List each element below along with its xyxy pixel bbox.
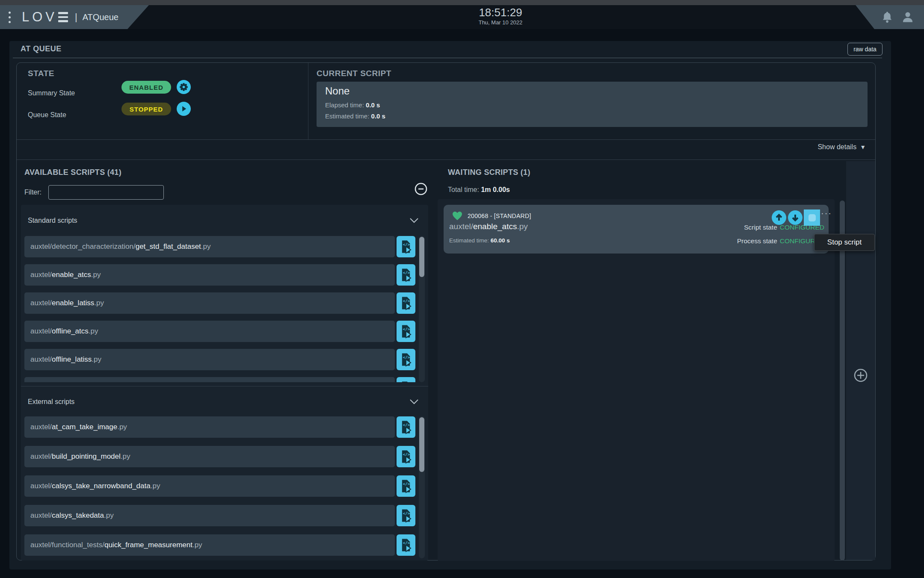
svg-text:</>: </>	[403, 327, 410, 331]
script-row: auxtel/enable_atcs.py </>	[24, 264, 425, 286]
app-title: ATQueue	[83, 12, 118, 22]
script-estimated-time: Estimated time: 60.00 s	[449, 237, 510, 244]
launch-script-button[interactable]: </>	[397, 534, 415, 556]
waiting-scripts-heading: WAITING SCRIPTS (1)	[448, 168, 530, 177]
estimated-time: Estimated time: 0.0 s	[325, 112, 385, 120]
available-scripts-panel: Standard scripts auxtel/detector_charact…	[21, 205, 428, 560]
launch-script-button[interactable]: </>	[397, 416, 415, 438]
svg-text:</>: </>	[403, 423, 410, 427]
notifications-bell-icon[interactable]	[881, 11, 893, 23]
svg-text:</>: </>	[403, 355, 410, 360]
summary-state-config-button[interactable]	[177, 80, 191, 94]
filter-input[interactable]	[48, 185, 164, 200]
launch-script-button[interactable]: </>	[397, 264, 415, 286]
script-launch-icon: </>	[400, 538, 412, 552]
script-path	[24, 377, 395, 382]
script-path: auxtel/offline_latiss.py	[24, 349, 395, 370]
svg-text:</>: </>	[403, 271, 410, 275]
script-launch-icon: </>	[400, 508, 412, 523]
content-container: STATE Summary State ENABLED Queue State …	[16, 62, 876, 560]
atqueue-screen: LOV | ATQueue 18:51:29 Thu, Mar 10 2022 …	[0, 0, 924, 578]
script-path: auxtel/enable_latiss.py	[24, 292, 395, 314]
script-path: auxtel/calsys_takedata.py	[24, 505, 395, 526]
clock-time: 18:51:29	[436, 5, 565, 20]
script-row: auxtel/offline_atcs.py </>	[24, 321, 425, 342]
plus-circle-icon	[853, 368, 868, 383]
raw-data-button[interactable]: raw data	[847, 43, 883, 56]
navbar-right-panel	[850, 5, 924, 29]
top-navbar: LOV | ATQueue 18:51:29 Thu, Mar 10 2022	[0, 5, 924, 29]
waiting-total-time: Total time: 1m 0.00s	[448, 186, 510, 194]
script-path: auxtel/at_cam_take_image.py	[24, 416, 395, 438]
standard-scripts-scrollbar[interactable]	[419, 236, 425, 382]
script-launch-icon: </>	[400, 296, 412, 310]
queue-state-badge: STOPPED	[121, 103, 171, 115]
script-row: auxtel/offline_latiss.py </>	[24, 349, 425, 370]
show-details-toggle[interactable]: Show details ▼	[817, 143, 866, 151]
launch-script-button[interactable]: </>	[397, 377, 415, 382]
svg-text:</>: </>	[403, 299, 410, 303]
add-button[interactable]	[853, 368, 868, 383]
filter-label: Filter:	[24, 189, 41, 196]
external-scripts-label: External scripts	[28, 398, 74, 406]
move-script-up-button[interactable]	[772, 210, 786, 225]
script-launch-icon: </>	[400, 479, 412, 493]
script-path: auxtel/calsys_take_narrowband_data.py	[24, 475, 395, 497]
move-script-down-button[interactable]	[788, 210, 803, 225]
details-divider-top	[17, 139, 875, 140]
process-state: Process stateCONFIGURED	[737, 237, 824, 245]
navbar-left-panel: LOV | ATQueue	[0, 5, 149, 29]
title-divider	[13, 58, 882, 58]
script-launch-icon: </>	[400, 324, 412, 339]
launch-script-button[interactable]: </>	[397, 236, 415, 257]
script-row: auxtel/functional_tests/quick_frame_meas…	[24, 534, 425, 556]
svg-text:</>: </>	[403, 452, 410, 457]
script-row: auxtel/detector_characterization/get_std…	[24, 236, 425, 257]
waiting-script-card: 200068 - [STANDARD] auxtel/enable_atcs.p…	[444, 205, 829, 254]
script-launch-icon: </>	[400, 420, 412, 434]
elapsed-time: Elapsed time: 0.0 s	[325, 101, 380, 109]
svg-text:</>: </>	[403, 482, 410, 486]
minus-circle-icon	[414, 182, 428, 196]
standard-scripts-list: auxtel/detector_characterization/get_std…	[24, 236, 425, 382]
launch-script-button[interactable]: </>	[397, 475, 415, 497]
script-id: 200068 - [STANDARD]	[468, 212, 531, 219]
current-script-box: None Elapsed time: 0.0 s Estimated time:…	[317, 82, 868, 127]
menu-kebab-icon[interactable]	[9, 12, 11, 23]
available-scripts-heading: AVAILABLE SCRIPTS (41)	[24, 168, 121, 177]
state-heading: STATE	[28, 69, 54, 78]
user-account-icon[interactable]	[902, 11, 914, 23]
external-scripts-scrollbar[interactable]	[419, 416, 425, 558]
script-path: auxtel/functional_tests/quick_frame_meas…	[24, 534, 395, 556]
script-launch-icon: </>	[400, 449, 412, 464]
external-scripts-list: auxtel/at_cam_take_image.py </>	[24, 416, 425, 558]
waiting-scripts-scrollbar[interactable]	[840, 201, 845, 560]
current-script-heading: CURRENT SCRIPT	[317, 69, 391, 78]
launch-script-button[interactable]: </>	[397, 349, 415, 370]
waiting-scripts-panel: 200068 - [STANDARD] auxtel/enable_atcs.p…	[438, 199, 835, 561]
stop-script-button[interactable]	[804, 209, 820, 226]
script-path: auxtel/build_pointing_model.py	[24, 446, 395, 467]
queue-play-button[interactable]	[177, 102, 191, 116]
current-script-name: None	[325, 85, 349, 97]
chevron-down-icon: ▼	[860, 144, 866, 150]
queue-state-label: Queue State	[28, 111, 66, 119]
external-scripts-chevron-icon[interactable]	[409, 399, 419, 405]
launch-script-button[interactable]: </>	[397, 292, 415, 314]
collapse-column-button[interactable]	[414, 182, 428, 196]
more-options-icon[interactable]: ···	[821, 208, 832, 218]
love-logo: LOV | ATQueue	[22, 9, 118, 25]
window-top-strip	[0, 0, 924, 5]
launch-script-button[interactable]: </>	[397, 321, 415, 342]
svg-text:</>: </>	[403, 242, 410, 247]
logo-e-icon	[58, 12, 68, 22]
script-launch-icon: </>	[400, 239, 412, 254]
atqueue-panel: AT QUEUE raw data STATE Summary State EN…	[9, 41, 891, 569]
gear-icon	[179, 83, 188, 91]
standard-scripts-chevron-icon[interactable]	[409, 218, 419, 224]
clock-date: Thu, Mar 10 2022	[436, 20, 565, 26]
launch-script-button[interactable]: </>	[397, 505, 415, 526]
launch-script-button[interactable]: </>	[397, 446, 415, 467]
script-path: auxtel/enable_atcs.py	[24, 264, 395, 286]
script-launch-icon: </>	[400, 380, 412, 382]
